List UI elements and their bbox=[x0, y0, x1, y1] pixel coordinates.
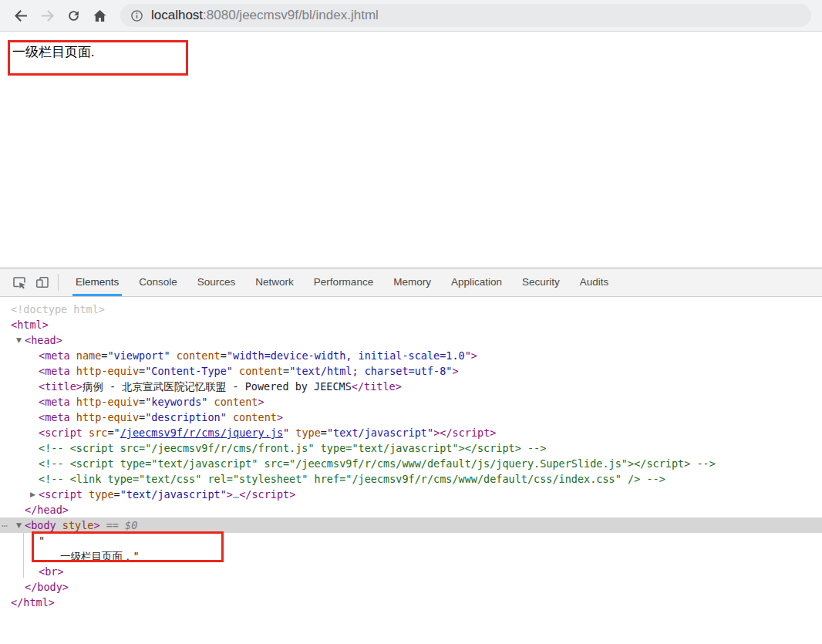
code-token: <br> bbox=[39, 565, 64, 578]
tab-memory[interactable]: Memory bbox=[383, 268, 441, 296]
code-token: "Content-Type" bbox=[145, 365, 233, 377]
tab-audits[interactable]: Audits bbox=[570, 268, 619, 296]
code-token: <meta bbox=[39, 396, 70, 408]
tab-network[interactable]: Network bbox=[245, 268, 304, 296]
url-text: localhost:8080/jeecmsv9f/bl/index.jhtml bbox=[151, 8, 379, 23]
code-view: <!doctype html><html>▼<head><meta name="… bbox=[0, 297, 822, 644]
code-token: </html> bbox=[11, 596, 55, 609]
code-token: <head> bbox=[25, 334, 62, 346]
reload-icon bbox=[66, 8, 81, 23]
code-token: <title> bbox=[39, 380, 83, 393]
url-host: localhost bbox=[151, 8, 203, 22]
code-line[interactable]: </html> bbox=[0, 595, 822, 610]
code-token: "text/javascript" bbox=[327, 427, 433, 439]
code-token: src bbox=[83, 427, 108, 439]
device-toolbar-icon bbox=[35, 275, 49, 289]
forward-button[interactable] bbox=[34, 2, 60, 29]
code-line[interactable]: <title>病例 - 北京宣武医院记忆联盟 - Powered by JEEC… bbox=[0, 379, 822, 394]
indent-guide bbox=[23, 533, 24, 578]
code-line[interactable]: <meta http-equiv="description" content> bbox=[0, 410, 822, 425]
code-token: content bbox=[227, 411, 277, 423]
code-line[interactable]: <!-- <link type="text/css" rel="styleshe… bbox=[0, 471, 822, 487]
code-token: style bbox=[56, 519, 94, 531]
code-token: name bbox=[70, 349, 102, 362]
inspect-cursor-icon bbox=[12, 275, 26, 289]
code-token: "width=device-width, initial-scale=1.0" bbox=[227, 349, 471, 362]
code-token: </head> bbox=[25, 504, 69, 516]
annotation-box-page: 一级栏目页面. bbox=[8, 40, 188, 76]
code-token: " bbox=[114, 427, 120, 439]
code-token: > bbox=[277, 411, 283, 423]
code-line[interactable]: ▼⋯<body style> == $0 bbox=[0, 518, 822, 533]
code-token: <!-- <script type="text/javascript" src=… bbox=[39, 457, 716, 470]
code-token: = bbox=[321, 427, 327, 439]
toolbar-divider bbox=[58, 274, 59, 291]
page-heading: 一级栏目页面. bbox=[12, 45, 94, 59]
tab-console[interactable]: Console bbox=[129, 268, 187, 296]
code-line[interactable]: <html> bbox=[0, 317, 822, 332]
device-toolbar-button[interactable] bbox=[31, 271, 54, 294]
code-line[interactable]: ▼<head> bbox=[0, 332, 822, 348]
tab-performance[interactable]: Performance bbox=[304, 268, 383, 296]
code-token: <meta bbox=[39, 411, 70, 423]
tab-security[interactable]: Security bbox=[512, 268, 570, 296]
code-token: http-equiv bbox=[70, 365, 139, 377]
code-token: content bbox=[233, 365, 283, 377]
home-button[interactable] bbox=[86, 2, 113, 29]
code-line[interactable]: <!-- <script type="text/javascript" src=… bbox=[0, 456, 822, 471]
forward-arrow-icon bbox=[40, 8, 55, 23]
code-token: "text/javascript" bbox=[120, 488, 227, 501]
code-token: "text/html; charset=utf-8" bbox=[289, 365, 452, 377]
code-token: > bbox=[93, 519, 99, 531]
code-line[interactable]: <meta name="viewport" content="width=dev… bbox=[0, 348, 822, 363]
code-line[interactable]: <meta http-equiv="keywords" content> bbox=[0, 394, 822, 410]
code-token: = bbox=[114, 488, 120, 501]
code-token: "viewport" bbox=[107, 349, 170, 362]
reload-button[interactable] bbox=[60, 2, 86, 29]
code-token: <script bbox=[39, 488, 83, 501]
browser-toolbar: localhost:8080/jeecmsv9f/bl/index.jhtml bbox=[0, 0, 822, 32]
code-token: type bbox=[83, 488, 114, 501]
code-line[interactable]: <script src="/jeecmsv9f/r/cms/jquery.js"… bbox=[0, 425, 822, 440]
code-token: <meta bbox=[39, 349, 70, 362]
url-bar[interactable]: localhost:8080/jeecmsv9f/bl/index.jhtml bbox=[120, 4, 811, 27]
code-line[interactable]: <!-- <script src="/jeecmsv9f/r/cms/front… bbox=[0, 440, 822, 456]
site-info-icon[interactable] bbox=[130, 9, 143, 22]
code-token: content bbox=[170, 349, 221, 362]
code-token: content bbox=[207, 396, 258, 408]
back-button[interactable] bbox=[8, 2, 34, 29]
code-line[interactable]: <meta http-equiv="Content-Type" content=… bbox=[0, 363, 822, 379]
devtools-tabs: ElementsConsoleSourcesNetworkPerformance… bbox=[66, 268, 618, 296]
code-token: "keywords" bbox=[145, 396, 207, 408]
back-arrow-icon bbox=[14, 8, 29, 23]
code-token: "description" bbox=[145, 411, 227, 423]
code-token: <html> bbox=[11, 319, 49, 331]
more-actions-icon[interactable]: ⋯ bbox=[2, 518, 6, 533]
tab-elements[interactable]: Elements bbox=[66, 268, 129, 296]
code-line[interactable]: </head> bbox=[0, 502, 822, 518]
page-content: 一级栏目页面. bbox=[0, 32, 822, 268]
code-line[interactable]: </body> bbox=[0, 579, 822, 595]
code-line[interactable]: <br> bbox=[0, 564, 822, 579]
code-token: … bbox=[233, 488, 239, 501]
code-line[interactable]: <!doctype html> bbox=[0, 302, 822, 317]
code-token: http-equiv bbox=[70, 396, 139, 408]
code-token: /jeecmsv9f/r/cms/jquery.js bbox=[120, 427, 283, 439]
devtools-panel: ElementsConsoleSourcesNetworkPerformance… bbox=[0, 268, 822, 644]
annotation-box-devtools bbox=[32, 531, 224, 562]
code-token: > bbox=[258, 396, 264, 408]
url-path: :8080/jeecmsv9f/bl/index.jhtml bbox=[203, 8, 379, 22]
collapse-arrow-icon[interactable]: ▼ bbox=[14, 332, 24, 348]
tab-sources[interactable]: Sources bbox=[187, 268, 246, 296]
code-token: " bbox=[283, 427, 289, 439]
code-line[interactable]: ▶<script type="text/javascript">…</scrip… bbox=[0, 487, 822, 502]
tab-application[interactable]: Application bbox=[441, 268, 512, 296]
inspect-element-button[interactable] bbox=[8, 271, 31, 294]
devtools-toolbar: ElementsConsoleSourcesNetworkPerformance… bbox=[0, 268, 822, 297]
code-token: </title> bbox=[352, 380, 402, 393]
collapse-arrow-icon[interactable]: ▼ bbox=[14, 518, 24, 533]
code-token: http-equiv bbox=[70, 411, 139, 423]
code-token: 病例 - 北京宣武医院记忆联盟 - Powered by JEECMS bbox=[83, 380, 352, 393]
expand-arrow-icon[interactable]: ▶ bbox=[28, 487, 38, 502]
code-token: = bbox=[107, 427, 113, 439]
